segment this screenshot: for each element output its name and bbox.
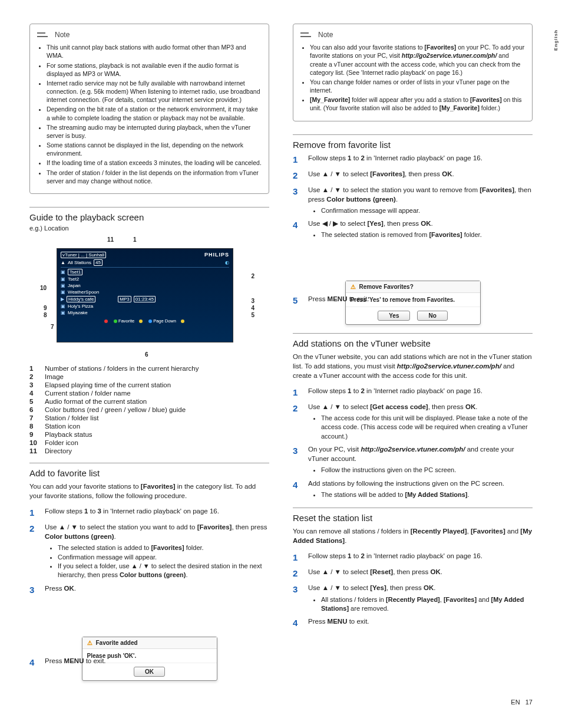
note-item: For some stations, playback is not avail… [47, 61, 262, 78]
section-add-favorite: Add to favorite list [29, 463, 269, 478]
step-item: 1Follow steps 1 to 3 in 'Internet radio … [29, 506, 269, 519]
legend-row: 2Image [29, 373, 269, 380]
pb-list-row: ▣WeatherSpoon [61, 289, 229, 295]
add-favorite-intro: You can add your favorite stations to [F… [29, 482, 269, 500]
note-item: The streaming audio may be interrupted d… [47, 123, 262, 140]
callout-8: 8 [44, 312, 47, 318]
legend-row: 3Elapsed playing time of the current sta… [29, 381, 269, 388]
callout-7: 7 [51, 324, 54, 330]
section-remove: Remove from favorite list [293, 134, 533, 150]
legend-row: 9Playback status [29, 431, 269, 438]
dialog-yes-button[interactable]: Yes [378, 311, 410, 321]
note-box-right: Note You can also add your favorite stat… [293, 24, 533, 121]
pb-list-row: ▣Miyazake [61, 309, 229, 316]
right-column: Note You can also add your favorite stat… [293, 24, 533, 693]
note-icon [300, 31, 313, 39]
pb-breadcrumb: vTuner | ... | Sunhall [61, 252, 106, 258]
note-label: Note [318, 30, 333, 39]
eg-location: e.g.) Location [29, 225, 269, 232]
step-sub-bullet: The access code for this unit will be di… [321, 414, 533, 441]
pb-list-row: ▶Hiddy's cafe MP3 01:23:45 [61, 295, 229, 303]
footer-page: 17 [525, 699, 533, 706]
step-item: 2Use ▲ / ▼ to select the station you wan… [29, 522, 269, 580]
left-column: Note This unit cannot play back stations… [29, 24, 269, 693]
dialog-fav-title: Favorite added [96, 640, 138, 646]
pb-green-label: Favorite [118, 318, 134, 324]
dialog-remove-title: Remove Favorites? [359, 284, 414, 290]
step-sub-bullet: The selected station is added to [Favori… [58, 543, 269, 552]
section-add-vtuner: Add stations on the vTuner website [293, 333, 533, 348]
step-sub-bullet: Follow the instructions given on the PC … [321, 466, 533, 475]
legend-row: 8Station icon [29, 423, 269, 430]
step-sub-bullet: Confirmation message will appear. [58, 553, 269, 562]
step-item: 4Add stations by following the instructi… [293, 479, 533, 499]
step-item: 2Use ▲ / ▼ to select [Favorites], then p… [293, 169, 533, 182]
callout-2: 2 [251, 273, 254, 279]
note-item: You can also add your favorite stations … [310, 43, 525, 77]
pb-list-row: ▣Tset2 [61, 276, 229, 282]
note-item: [My_Favorite] folder will appear after y… [310, 95, 525, 112]
callout-4: 4 [251, 305, 254, 311]
step-item: 4Use ◀ / ▶ to select [Yes], then press O… [293, 219, 533, 239]
pb-all-stations: All Stations [68, 260, 91, 265]
warning-icon: ⚠ [351, 284, 356, 290]
step-item: 1Follow steps 1 to 2 in 'Internet radio … [293, 551, 533, 564]
callout-5: 5 [251, 312, 254, 318]
note-item: This unit cannot play back stations with… [47, 43, 262, 60]
legend-row: 11Directory [29, 447, 269, 454]
pb-list-row: ▣Tset1 [61, 268, 229, 276]
dialog-no-button[interactable]: No [417, 311, 447, 321]
pb-list-row: ▣Japan [61, 282, 229, 289]
language-tab: English [553, 29, 558, 51]
page-footer: EN 17 [511, 699, 533, 706]
dialog-ok-button[interactable]: OK [134, 667, 165, 677]
pb-blue-label: Page Down [153, 318, 176, 324]
step-sub-bullet: Confirmation message will appear. [321, 206, 533, 215]
step-item: 2Use ▲ / ▼ to select [Get access code], … [293, 402, 533, 441]
legend-row: 7Station / folder list [29, 414, 269, 421]
step-sub-bullet: All stations / folders in [Recently Play… [321, 595, 533, 614]
step-item: 4Press MENU to exit. [293, 617, 533, 629]
section-guide: Guide to the playback screen [29, 207, 269, 222]
step-item: 1Follow steps 1 to 2 in 'Internet radio … [293, 153, 533, 166]
legend-row: 6Color buttons (red / green / yellow / b… [29, 406, 269, 413]
legend-row: 1Number of stations / folders in the cur… [29, 365, 269, 372]
playback-screen: vTuner | ... | Sunhall PHILIPS ▲ All Sta… [57, 248, 233, 342]
step-item: 3Press OK. [29, 584, 269, 596]
section-reset: Reset the station list [293, 508, 533, 523]
legend-row: 5Audio format of the current station [29, 398, 269, 405]
legend-list: 1Number of stations / folders in the cur… [29, 365, 269, 454]
note-item: If the loading time of a station exceeds… [47, 159, 262, 167]
step-sub-bullet: The selected station is removed from [Fa… [321, 230, 533, 239]
callout-11: 11 [107, 236, 114, 243]
pb-brand: PHILIPS [204, 252, 229, 258]
step-item: 3Use ▲ / ▼ to select [Yes], then press O… [293, 583, 533, 613]
note-item: The order of station / folder in the lis… [47, 169, 262, 185]
note-box-left: Note This unit cannot play back stations… [29, 24, 269, 194]
step-sub-bullet: If you select a folder, use ▲ / ▼ to sel… [58, 562, 269, 580]
step-sub-bullet: The stations will be added to [My Added … [321, 490, 533, 499]
reset-intro: You can remove all stations / folders in… [293, 526, 533, 545]
callout-1: 1 [133, 236, 137, 243]
playback-screen-figure: 11 1 2 3 4 5 6 7 8 9 10 vTuner | ... | S… [33, 238, 257, 355]
pb-list-row: ▣Holy's Pizza [61, 303, 229, 309]
step-item: 3On your PC, visit http://go2service.vtu… [293, 444, 533, 475]
callout-10: 10 [40, 285, 47, 291]
callout-3: 3 [251, 298, 254, 304]
footer-lang: EN [511, 699, 520, 706]
note-item: You can change folder names or order of … [310, 78, 525, 94]
legend-row: 10Folder icon [29, 439, 269, 446]
step-item: 3Use ▲ / ▼ to select the station you wan… [293, 185, 533, 216]
note-item: Depending on the bit rate of a station o… [47, 105, 262, 121]
legend-row: 4Current station / folder name [29, 390, 269, 397]
note-item: Internet radio service may not be fully … [47, 79, 262, 104]
note-item: Some stations cannot be displayed in the… [47, 141, 262, 157]
step-item: 2Use ▲ / ▼ to select [Reset], then press… [293, 567, 533, 579]
note-label: Note [55, 30, 70, 39]
pb-count: 45 [94, 259, 103, 266]
callout-9: 9 [44, 305, 47, 311]
step-item: 1Follow steps 1 to 2 in 'Internet radio … [293, 386, 533, 398]
note-icon [37, 31, 50, 39]
warning-icon: ⚠ [87, 640, 92, 646]
add-vtuner-intro: On the vTuner website, you can add stati… [293, 352, 533, 380]
